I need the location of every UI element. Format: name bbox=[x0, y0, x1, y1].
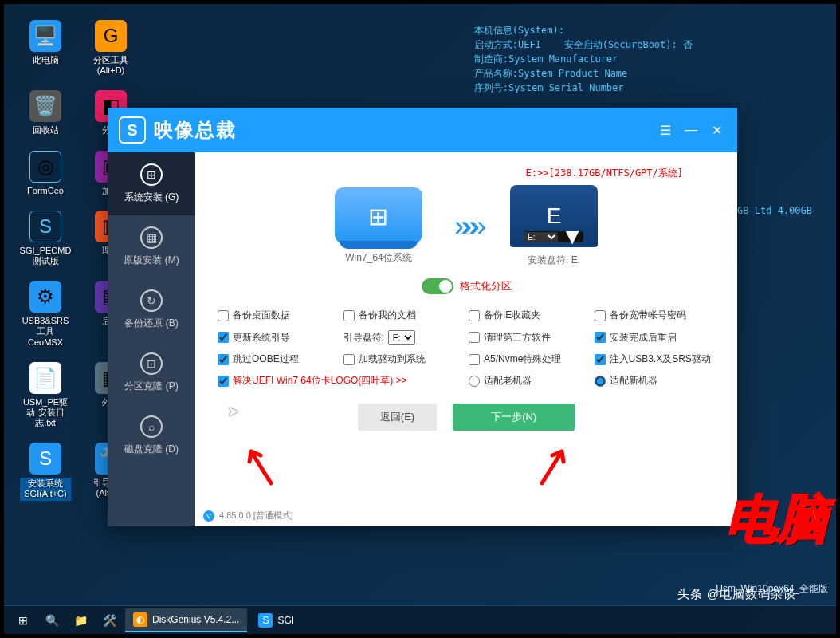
option-label: 备份IE收藏夹 bbox=[484, 309, 540, 322]
red-arrow-annotation bbox=[538, 439, 570, 487]
option-9[interactable]: 加载驱动到系统 bbox=[343, 352, 465, 366]
option-6[interactable]: 清理第三方软件 bbox=[469, 330, 590, 345]
option-14[interactable]: 适配新机器 bbox=[595, 374, 716, 388]
option-checkbox[interactable] bbox=[469, 332, 480, 343]
option-label: 适配新机器 bbox=[610, 374, 657, 388]
option-13[interactable]: 适配老机器 bbox=[469, 374, 590, 388]
option-label: 备份桌面数据 bbox=[233, 309, 290, 322]
option-11[interactable]: 注入USB3.X及SRS驱动 bbox=[595, 352, 716, 366]
content-pane: E:>>[238.17GB/NTFS/GPT/系统] ⊞ Win7_64位系统 … bbox=[195, 152, 737, 526]
red-arrow-annotation bbox=[243, 439, 275, 487]
app-logo-icon: S bbox=[119, 116, 146, 144]
desktop-icon-formceo[interactable]: ◎FormCeo bbox=[20, 151, 71, 196]
target-disk[interactable]: E E:▼ 安装盘符: E: bbox=[510, 185, 598, 267]
sgi-icon: S bbox=[258, 613, 273, 628]
option-label: A5/Nvme特殊处理 bbox=[484, 352, 561, 366]
option-10[interactable]: A5/Nvme特殊处理 bbox=[469, 352, 590, 366]
close-icon[interactable]: ✕ bbox=[707, 120, 726, 140]
restore-icon: ↻ bbox=[140, 289, 163, 312]
desktop-icon-recyclebin[interactable]: 🗑️回收站 bbox=[20, 90, 71, 136]
drive-select[interactable]: E: bbox=[524, 232, 558, 242]
format-toggle[interactable]: 格式化分区 bbox=[422, 278, 512, 294]
desktop-icon-installsgi[interactable]: S安装系统 SGI(Alt+C) bbox=[20, 443, 71, 500]
app-title: 映像总裁 bbox=[154, 117, 650, 143]
option-select[interactable]: F: bbox=[388, 330, 415, 345]
option-checkbox[interactable] bbox=[595, 354, 606, 365]
target-label: 安装盘符: E: bbox=[510, 254, 598, 267]
watermark-text: 电脑 bbox=[726, 485, 828, 554]
sidebar-item-partclone[interactable]: ⊡分区克隆 (P) bbox=[108, 341, 195, 404]
sidebar: ⊞系统安装 (G) ▦原版安装 (M) ↻备份还原 (B) ⊡分区克隆 (P) … bbox=[108, 152, 195, 526]
option-checkbox[interactable] bbox=[343, 310, 355, 321]
option-checkbox[interactable] bbox=[469, 354, 480, 365]
taskbar-app-sgi[interactable]: SSGI bbox=[250, 608, 302, 632]
next-button[interactable]: 下一步(N) bbox=[453, 404, 575, 431]
windows-icon: ⊞ bbox=[140, 163, 163, 186]
option-label: 加载驱动到系统 bbox=[359, 352, 426, 366]
option-8[interactable]: 跳过OOBE过程 bbox=[218, 352, 339, 366]
taskbar-app-diskgenius[interactable]: ◐DiskGenius V5.4.2... bbox=[125, 608, 247, 632]
search-disk-icon: ⌕ bbox=[140, 415, 163, 438]
option-checkbox[interactable] bbox=[595, 310, 606, 321]
option-0[interactable]: 备份桌面数据 bbox=[218, 309, 339, 322]
back-button[interactable]: 返回(E) bbox=[358, 404, 437, 431]
start-button[interactable]: ⊞ bbox=[10, 608, 36, 632]
system-info-extra: 32GB Ltd 4.00GB bbox=[726, 203, 812, 218]
option-radio[interactable] bbox=[595, 376, 606, 387]
windows-logo-icon: ⊞ bbox=[368, 203, 388, 230]
option-checkbox[interactable] bbox=[218, 332, 229, 343]
desktop-icon-thispc[interactable]: 🖥️此电脑 bbox=[20, 20, 71, 76]
diskgenius-icon: ◐ bbox=[133, 612, 147, 627]
option-4[interactable]: 更新系统引导 bbox=[218, 330, 339, 345]
taskbar: ⊞ 🔍 📁 🛠️ ◐DiskGenius V5.4.2... SSGI bbox=[4, 605, 836, 634]
drive-letter: E bbox=[547, 203, 562, 229]
option-label: 引导盘符: bbox=[343, 331, 384, 345]
sidebar-item-diskclone[interactable]: ⌕磁盘克隆 (D) bbox=[108, 404, 195, 467]
arrow-icon: »»» bbox=[454, 210, 478, 243]
drive-info: E:>>[238.17GB/NTFS/GPT/系统] bbox=[218, 167, 715, 180]
taskbar-search-icon[interactable]: 🔍 bbox=[39, 608, 65, 632]
option-label: 跳过OOBE过程 bbox=[233, 352, 299, 366]
option-3[interactable]: 备份宽带帐号密码 bbox=[595, 309, 716, 322]
option-checkbox[interactable] bbox=[218, 354, 229, 365]
sidebar-item-install[interactable]: ⊞系统安装 (G) bbox=[108, 152, 195, 215]
tiles-icon: ▦ bbox=[140, 226, 163, 249]
desktop-icon-usmlog[interactable]: 📄USM_PE驱动 安装日志.txt bbox=[20, 362, 71, 429]
option-5[interactable]: 引导盘符: F: bbox=[343, 330, 465, 345]
options-grid: 备份桌面数据备份我的文档备份IE收藏夹备份宽带帐号密码更新系统引导引导盘符: F… bbox=[218, 309, 715, 388]
option-7[interactable]: 安装完成后重启 bbox=[595, 330, 716, 345]
option-label: 备份我的文档 bbox=[359, 309, 416, 322]
switch-icon[interactable] bbox=[422, 278, 453, 294]
cursor-icon: ➤ bbox=[227, 403, 239, 420]
option-label: 安装完成后重启 bbox=[610, 331, 677, 345]
option-1[interactable]: 备份我的文档 bbox=[343, 309, 465, 322]
option-12[interactable]: 解决UEFI Win7 64位卡LOGO(四叶草) >> bbox=[218, 374, 464, 388]
desktop-icon-sgipecmd[interactable]: SSGI_PECMD 测试版 bbox=[20, 211, 71, 266]
titlebar[interactable]: S 映像总裁 ☰ — ✕ bbox=[108, 108, 737, 152]
sidebar-item-original[interactable]: ▦原版安装 (M) bbox=[108, 215, 195, 278]
option-checkbox[interactable] bbox=[595, 332, 606, 343]
taskbar-tool-icon[interactable]: 🛠️ bbox=[96, 608, 122, 632]
menu-icon[interactable]: ☰ bbox=[656, 120, 675, 140]
option-label: 更新系统引导 bbox=[233, 331, 290, 345]
watermark-author: 头条 @电脑数码杂谈 bbox=[677, 587, 796, 602]
desktop-icon-usb3srs[interactable]: ⚙USB3&SRS 工具CeoMSX bbox=[20, 281, 71, 348]
desktop-icon-diskgenius[interactable]: G分区工具 (Alt+D) bbox=[85, 20, 136, 76]
option-label: 适配老机器 bbox=[484, 374, 532, 388]
source-label: Win7_64位系统 bbox=[335, 251, 422, 265]
option-radio[interactable] bbox=[469, 376, 480, 387]
option-checkbox[interactable] bbox=[343, 354, 355, 365]
sidebar-item-backup[interactable]: ↻备份还原 (B) bbox=[108, 278, 195, 341]
minimize-icon[interactable]: — bbox=[681, 120, 701, 140]
format-label: 格式化分区 bbox=[460, 279, 512, 293]
option-label: 解决UEFI Win7 64位卡LOGO(四叶草) >> bbox=[233, 374, 407, 388]
taskbar-explorer-icon[interactable]: 📁 bbox=[68, 608, 93, 632]
option-checkbox[interactable] bbox=[218, 376, 229, 387]
option-checkbox[interactable] bbox=[469, 310, 480, 321]
source-image[interactable]: ⊞ Win7_64位系统 bbox=[335, 187, 422, 265]
option-checkbox[interactable] bbox=[218, 310, 229, 321]
option-2[interactable]: 备份IE收藏夹 bbox=[469, 309, 590, 322]
version-label: V4.85.0.0 [普通模式] bbox=[203, 510, 293, 522]
option-label: 注入USB3.X及SRS驱动 bbox=[610, 352, 711, 366]
sgi-window: S 映像总裁 ☰ — ✕ ⊞系统安装 (G) ▦原版安装 (M) ↻备份还原 (… bbox=[108, 108, 737, 526]
